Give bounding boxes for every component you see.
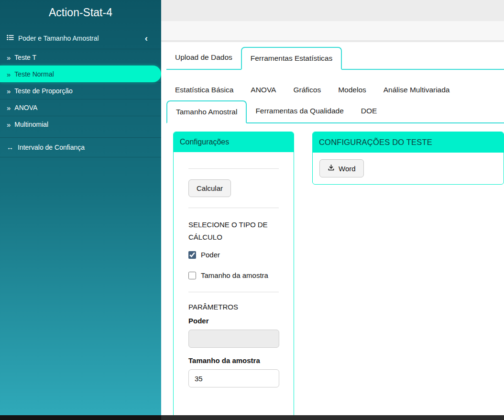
power-field-label: Poder <box>188 317 279 325</box>
list-icon <box>7 34 14 42</box>
double-arrow-icon: » <box>7 88 11 95</box>
double-arrow-icon: » <box>7 54 11 61</box>
sidebar-item-anova[interactable]: » ANOVA <box>0 99 161 116</box>
tab-ferramentas-da-qualidade[interactable]: Ferramentas da Qualidade <box>247 100 352 122</box>
sample-size-input[interactable] <box>188 369 279 387</box>
sidebar-item-label: Intervalo de Confiança <box>18 144 85 151</box>
primary-tabbar: Upload de Dados Ferramentas Estatísticas <box>166 47 504 70</box>
config-panel: Configurações Calcular SELECIONE O TIPO … <box>173 132 294 415</box>
tab-upload-de-dados[interactable]: Upload de Dados <box>166 47 241 69</box>
tab-anova[interactable]: ANOVA <box>242 79 285 100</box>
checkbox-label: Poder <box>201 251 220 259</box>
word-button-label: Word <box>339 165 356 173</box>
tamanho-amostra-checkbox[interactable] <box>188 272 196 279</box>
tab-estatistica-basica[interactable]: Estatística Básica <box>166 79 242 100</box>
tab-modelos[interactable]: Modelos <box>329 79 375 100</box>
checkbox-label: Tamanho da amostra <box>201 271 268 279</box>
tab-tamanho-amostral[interactable]: Tamanho Amostral <box>166 100 247 123</box>
sidebar-section-poder-tamanho[interactable]: Poder e Tamanho Amostral ‹ <box>0 28 161 49</box>
sidebar-item-teste-normal[interactable]: » Teste Normal <box>0 66 161 82</box>
test-config-panel: CONFIGURAÇÕES DO TESTE Word <box>312 132 504 185</box>
tab-doe[interactable]: DOE <box>352 100 386 122</box>
parameters-label: PARÂMETROS <box>188 303 279 311</box>
app-window: Action-Stat-4 Poder e Tamanho Amostral ‹… <box>0 0 504 420</box>
checkbox-row-tamanho-da-amostra[interactable]: Tamanho da amostra <box>188 271 279 279</box>
divider <box>188 168 279 169</box>
sidebar-item-label: ANOVA <box>14 104 37 111</box>
sidebar-item-label: Teste Normal <box>14 70 54 78</box>
test-config-panel-body: Word <box>313 153 504 184</box>
sidebar-item-teste-t[interactable]: » Teste T <box>0 49 161 66</box>
sidebar-section-label: Poder e Tamanho Amostral <box>18 34 99 42</box>
divider <box>188 292 279 292</box>
calculate-button[interactable]: Calcular <box>188 179 231 197</box>
checkbox-row-poder[interactable]: Poder <box>188 251 279 259</box>
double-arrow-icon: » <box>7 71 11 78</box>
config-panel-body: Calcular SELECIONE O TIPO DE CÁLCULO Pod… <box>174 152 294 397</box>
sidebar-item-label: Teste de Proporção <box>14 87 72 95</box>
content-area: Configurações Calcular SELECIONE O TIPO … <box>161 123 504 415</box>
double-arrow-icon: » <box>7 121 11 128</box>
sidebar-item-multinomial[interactable]: » Multinomial <box>0 116 161 133</box>
tab-ferramentas-estatisticas[interactable]: Ferramentas Estatísticas <box>241 47 342 70</box>
test-config-panel-title: CONFIGURAÇÕES DO TESTE <box>313 132 504 153</box>
download-icon <box>328 164 335 173</box>
power-input <box>188 330 279 348</box>
config-panel-title: Configurações <box>174 132 294 152</box>
window-bottom-edge <box>0 415 504 420</box>
top-header-bar <box>161 0 504 41</box>
tab-graficos[interactable]: Gráficos <box>285 79 329 100</box>
sidebar: Action-Stat-4 Poder e Tamanho Amostral ‹… <box>0 0 161 415</box>
sidebar-submenu: » Teste T » Teste Normal » Teste de Prop… <box>0 49 161 133</box>
double-arrow-icon: » <box>7 104 11 111</box>
sidebar-item-intervalo-de-confianca[interactable]: ↔ Intervalo de Confiança <box>0 137 161 157</box>
main-area: Upload de Dados Ferramentas Estatísticas… <box>161 0 504 415</box>
tab-analise-multivariada[interactable]: Análise Multivariada <box>375 79 459 100</box>
sidebar-item-label: Multinomial <box>14 121 48 128</box>
calc-type-group-label: SELECIONE O TIPO DE CÁLCULO <box>188 219 279 243</box>
arrows-horizontal-icon: ↔ <box>7 144 13 151</box>
secondary-tabbar: Estatística Básica ANOVA Gráficos Modelo… <box>166 79 504 123</box>
word-export-button[interactable]: Word <box>319 159 364 177</box>
sidebar-item-teste-de-proporcao[interactable]: » Teste de Proporção <box>0 82 161 99</box>
chevron-left-icon[interactable]: ‹ <box>145 33 148 43</box>
poder-checkbox[interactable] <box>188 251 196 259</box>
sample-size-field-label: Tamanho da amostra <box>188 356 279 365</box>
sidebar-item-label: Teste T <box>14 54 36 61</box>
app-title: Action-Stat-4 <box>0 0 161 28</box>
divider <box>188 208 279 208</box>
